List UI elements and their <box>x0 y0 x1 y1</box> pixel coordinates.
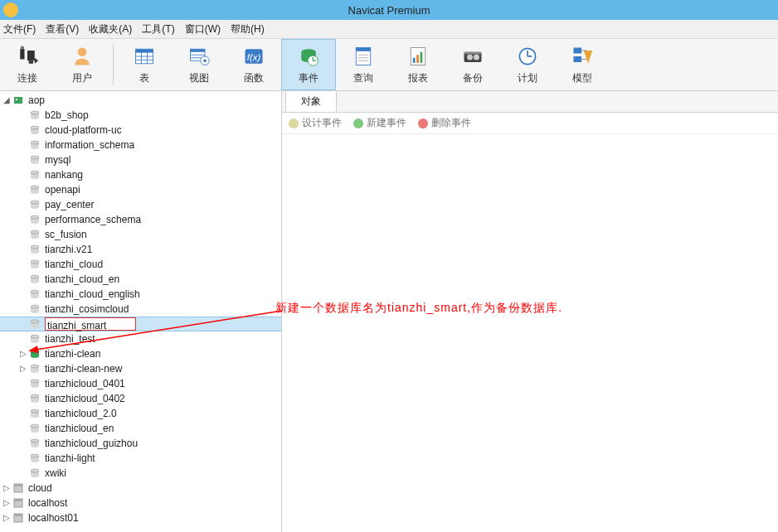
toolbar-user[interactable]: 用户 <box>55 39 109 90</box>
tree-item-label: information_schema <box>45 138 134 152</box>
report-icon <box>406 45 430 68</box>
toolbar-view-label: 视图 <box>189 71 209 85</box>
database-icon <box>28 169 41 181</box>
tree-database[interactable]: tianzhicloud_2.0 <box>0 406 281 421</box>
database-icon <box>28 452 41 464</box>
tree-database[interactable]: nankang <box>0 167 281 182</box>
svg-rect-98 <box>14 484 22 486</box>
database-icon <box>28 109 41 121</box>
tree-item-label: sc_fusion <box>45 227 87 242</box>
toolbar: 连接 用户 表 视图 f(x) 函数 事件 查询 报表 <box>0 39 778 91</box>
tree-database[interactable]: cloud-platform-uc <box>0 123 281 138</box>
tree-database[interactable]: xwiki <box>0 466 281 481</box>
svg-text:f(x): f(x) <box>247 52 261 62</box>
tree-database[interactable]: b2b_shop <box>0 108 281 123</box>
tree-database[interactable]: tianzhicloud_en <box>0 421 281 436</box>
design-event-button[interactable]: 设计事件 <box>289 116 342 130</box>
tab-object[interactable]: 对象 <box>285 90 337 112</box>
svg-rect-1 <box>21 46 22 49</box>
svg-rect-42 <box>574 56 582 62</box>
menu-window[interactable]: 窗口(W) <box>185 22 221 36</box>
toolbar-model-label: 模型 <box>572 71 592 85</box>
toolbar-report[interactable]: 报表 <box>391 39 445 90</box>
content-tabs: 对象 <box>282 91 778 113</box>
database-icon <box>28 199 41 210</box>
backup-icon <box>460 45 485 68</box>
svg-rect-26 <box>356 47 371 51</box>
view-icon <box>187 45 212 68</box>
connection-icon <box>12 94 25 106</box>
wrench-icon <box>289 118 299 128</box>
tree-item-label: b2b_shop <box>45 108 89 123</box>
tree-database[interactable]: information_schema <box>0 138 281 152</box>
query-icon <box>351 45 376 68</box>
app-icon <box>3 2 18 17</box>
svg-rect-2 <box>22 46 23 49</box>
arrow-icon <box>4 249 294 356</box>
plus-icon <box>353 118 363 128</box>
toolbar-query[interactable]: 查询 <box>336 39 391 90</box>
menu-file[interactable]: 文件(F) <box>3 22 36 36</box>
toolbar-schedule-label: 计划 <box>518 71 537 85</box>
toolbar-function[interactable]: f(x) 函数 <box>226 39 281 90</box>
menu-tools[interactable]: 工具(T) <box>142 22 174 36</box>
toolbar-schedule[interactable]: 计划 <box>500 39 555 90</box>
tree-item-label: pay_center <box>45 197 94 212</box>
toolbar-query-label: 查询 <box>353 71 373 85</box>
svg-rect-32 <box>416 55 419 63</box>
server-icon <box>12 482 25 494</box>
toolbar-event-label: 事件 <box>299 71 318 85</box>
toolbar-connect[interactable]: 连接 <box>0 39 55 90</box>
table-icon <box>132 45 157 68</box>
tree-database[interactable]: openapi <box>0 182 281 197</box>
tree-database[interactable]: tianzhicloud_guizhou <box>0 436 281 451</box>
tree-item-label: mysql <box>45 152 71 167</box>
tree-connection[interactable]: ◢aop <box>0 93 281 108</box>
svg-rect-100 <box>14 499 22 501</box>
tree-connection[interactable]: ▷localhost01 <box>0 510 281 525</box>
toolbar-event[interactable]: 事件 <box>281 39 336 90</box>
tree-database[interactable]: tianzhi-light <box>0 451 281 466</box>
database-icon <box>28 408 41 419</box>
tree-database[interactable]: pay_center <box>0 197 281 212</box>
tree-database[interactable]: tianzhicloud_0401 <box>0 376 281 391</box>
svg-line-103 <box>36 311 282 350</box>
tree-item-label: localhost <box>28 496 67 510</box>
plug-icon <box>15 45 40 68</box>
menu-help[interactable]: 帮助(H) <box>231 22 265 36</box>
toolbar-model[interactable]: 模型 <box>555 39 610 90</box>
tree-database[interactable]: ▷tianzhi-clean-new <box>0 361 281 376</box>
tree-connection[interactable]: ▷cloud <box>0 481 281 496</box>
toolbar-user-label: 用户 <box>72 71 92 85</box>
tree-database[interactable]: mysql <box>0 152 281 167</box>
tree-database[interactable]: tianzhicloud_0402 <box>0 391 281 406</box>
tree-database[interactable]: sc_fusion <box>0 227 281 242</box>
app-title: Navicat Premium <box>348 4 430 17</box>
tree-item-label: tianzhicloud_2.0 <box>45 406 117 421</box>
toolbar-table[interactable]: 表 <box>117 39 172 90</box>
svg-rect-4 <box>29 60 33 64</box>
tree-item-label: tianzhicloud_en <box>45 421 114 436</box>
tree-connection[interactable]: ▷localhost <box>0 496 281 510</box>
toolbar-report-label: 报表 <box>408 71 428 85</box>
toolbar-view[interactable]: 视图 <box>172 39 226 90</box>
toolbar-backup[interactable]: 备份 <box>445 39 500 90</box>
menu-bar: 文件(F) 查看(V) 收藏夹(A) 工具(T) 窗口(W) 帮助(H) <box>0 20 778 39</box>
svg-rect-31 <box>413 57 416 62</box>
tree-item-label: tianzhi-clean-new <box>45 361 122 376</box>
tree-item-label: tianzhicloud_0402 <box>45 391 125 406</box>
database-icon <box>28 229 41 240</box>
svg-rect-0 <box>20 49 24 59</box>
menu-favorites[interactable]: 收藏夹(A) <box>89 22 132 36</box>
new-event-button[interactable]: 新建事件 <box>353 116 406 130</box>
tree-item-label: openapi <box>45 182 80 197</box>
model-icon <box>570 45 595 68</box>
delete-event-button[interactable]: 删除事件 <box>418 116 471 130</box>
svg-rect-46 <box>16 99 17 100</box>
menu-view[interactable]: 查看(V) <box>46 22 79 36</box>
svg-rect-45 <box>14 97 22 104</box>
tree-database[interactable]: performance_schema <box>0 212 281 227</box>
toolbar-connect-label: 连接 <box>17 71 37 85</box>
database-icon <box>28 214 41 225</box>
svg-marker-5 <box>35 57 38 63</box>
